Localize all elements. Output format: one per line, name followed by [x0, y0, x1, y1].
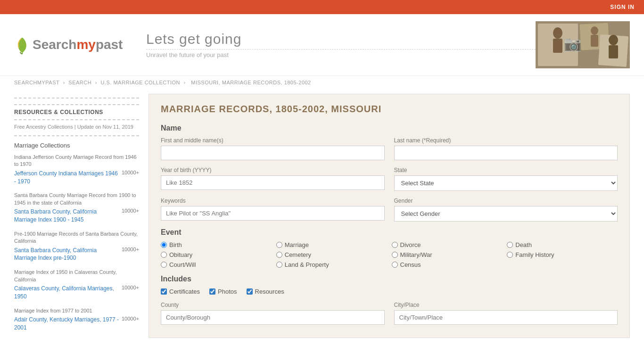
event-family-history-label: Family History	[515, 251, 554, 258]
event-family-history-radio[interactable]	[507, 252, 513, 258]
sidebar-item-link-0[interactable]: Jefferson County Indiana Marriages 1946 …	[14, 170, 119, 186]
county-group: County	[161, 302, 385, 325]
first-name-input[interactable]	[161, 146, 385, 160]
breadcrumb: SEARCHMYPAST › SEARCH › U.S. MARRIAGE CO…	[0, 76, 644, 89]
breadcrumb-current: MISSOURI, MARRIAGE RECORDS, 1805-2002	[191, 80, 311, 85]
county-input[interactable]	[161, 310, 385, 325]
sidebar-item-link-2[interactable]: Santa Barbara County, California Marriag…	[14, 247, 119, 263]
collage-svg	[536, 21, 630, 68]
event-land: Land & Property	[276, 261, 387, 268]
state-select[interactable]: Select State Alabama Alaska Arizona Arka…	[394, 175, 618, 191]
year-of-birth-group: Year of birth (YYYY)	[161, 167, 385, 191]
event-obituary-radio[interactable]	[161, 252, 167, 258]
sidebar-item-link-row-4: Adair County, Kentucky Marriages, 1977 -…	[14, 316, 139, 332]
sidebar-item-3: Marriage Index of 1950 in Calaveras Coun…	[14, 269, 139, 300]
includes-row: Certificates Photos Resources	[161, 288, 618, 295]
main-layout: RESOURCES & COLLECTIONS Free Ancestry Co…	[0, 89, 644, 347]
event-census: Census	[392, 261, 503, 268]
event-census-label: Census	[400, 261, 421, 268]
includes-section: Includes Certificates Photos Resources	[161, 275, 618, 295]
breadcrumb-searchmypast[interactable]: SEARCHMYPAST	[14, 80, 59, 85]
sidebar-item-link-3[interactable]: Calaveras County, California Marriages, …	[14, 285, 119, 301]
logo-leaf-icon	[14, 35, 31, 54]
event-military-radio[interactable]	[392, 252, 398, 258]
sidebar-item-count-1: 10000+	[122, 208, 139, 214]
resources-label: Resources	[255, 288, 284, 295]
event-military: Military/War	[392, 251, 503, 258]
event-death-label: Death	[515, 241, 532, 248]
sidebar-item-link-4[interactable]: Adair County, Kentucky Marriages, 1977 -…	[14, 316, 119, 332]
sign-in-link[interactable]: SIGN IN	[610, 4, 635, 10]
tagline-sub: Unravel the future of your past	[146, 49, 536, 58]
sidebar-item-desc-1: Santa Barbara County Marriage Record fro…	[14, 192, 139, 206]
event-land-label: Land & Property	[285, 261, 329, 268]
logo-text: Searchmypast	[33, 37, 123, 52]
sidebar-section-title: RESOURCES & COLLECTIONS	[14, 104, 139, 120]
sidebar-item-0: Indiana Jefferson County Marriage Record…	[14, 154, 139, 185]
keywords-group: Keywords	[161, 197, 385, 222]
event-birth-radio[interactable]	[161, 242, 167, 248]
event-court: Court/Will	[161, 261, 272, 268]
event-divorce-label: Divorce	[400, 241, 421, 248]
breadcrumb-search[interactable]: SEARCH	[68, 80, 91, 85]
includes-resources: Resources	[247, 288, 284, 295]
gender-label: Gender	[394, 197, 618, 204]
includes-photos: Photos	[209, 288, 237, 295]
city-input[interactable]	[394, 310, 618, 325]
certificates-label: Certificates	[169, 288, 200, 295]
photos-label: Photos	[218, 288, 237, 295]
keywords-input[interactable]	[161, 206, 385, 221]
last-name-input[interactable]	[394, 146, 618, 160]
sidebar-top-divider	[14, 98, 139, 99]
event-cemetery: Cemetery	[276, 251, 387, 258]
logo-area: Searchmypast	[14, 35, 137, 54]
event-section: Event Birth Marriage Divorce Death	[161, 228, 618, 268]
event-military-label: Military/War	[400, 251, 432, 258]
last-name-label: Last name (*Required)	[394, 137, 618, 144]
event-divorce: Divorce	[392, 241, 503, 248]
includes-certificates: Certificates	[161, 288, 200, 295]
sidebar-item-count-3: 10000+	[122, 285, 139, 290]
event-court-radio[interactable]	[161, 262, 167, 268]
year-of-birth-input[interactable]	[161, 175, 385, 190]
gender-group: Gender Select Gender Male Female	[394, 197, 618, 222]
header: Searchmypast Lets get going Unravel the …	[0, 14, 644, 76]
event-birth: Birth	[161, 241, 272, 248]
resources-checkbox[interactable]	[247, 288, 253, 295]
sidebar-item-link-row-1: Santa Barbara County, California Marriag…	[14, 208, 139, 224]
first-name-label: First and middle name(s)	[161, 137, 385, 144]
name-row: First and middle name(s) Last name (*Req…	[161, 137, 618, 160]
event-census-radio[interactable]	[392, 262, 398, 268]
breadcrumb-us-marriage[interactable]: U.S. MARRIAGE COLLECTION	[101, 80, 180, 85]
event-cemetery-radio[interactable]	[276, 252, 282, 258]
event-court-label: Court/Will	[169, 261, 196, 268]
sidebar-item-count-0: 10000+	[122, 170, 139, 175]
event-divorce-radio[interactable]	[392, 242, 398, 248]
sidebar-item-desc-3: Marriage Index of 1950 in Calaveras Coun…	[14, 269, 139, 283]
city-group: City/Place	[394, 302, 618, 325]
name-section-label: Name	[161, 124, 618, 132]
state-label: State	[394, 167, 618, 173]
includes-section-label: Includes	[161, 275, 618, 283]
sidebar-item-link-row-3: Calaveras County, California Marriages, …	[14, 285, 139, 301]
event-death-radio[interactable]	[507, 242, 513, 248]
sidebar-item-link-1[interactable]: Santa Barbara County, California Marriag…	[14, 208, 119, 224]
sidebar-item-desc-4: Marriage Index from 1977 to 2001	[14, 307, 139, 314]
svg-point-6	[591, 26, 598, 35]
certificates-checkbox[interactable]	[161, 288, 167, 295]
sidebar: RESOURCES & COLLECTIONS Free Ancestry Co…	[14, 94, 139, 338]
sidebar-collections-title: Marriage Collections	[14, 142, 139, 149]
location-row: County City/Place	[161, 302, 618, 325]
event-marriage-radio[interactable]	[276, 242, 282, 248]
event-family-history: Family History	[507, 251, 618, 258]
keywords-gender-row: Keywords Gender Select Gender Male Femal…	[161, 197, 618, 222]
sidebar-item-1: Santa Barbara County Marriage Record fro…	[14, 192, 139, 223]
photos-checkbox[interactable]	[209, 288, 215, 295]
sidebar-item-desc-0: Indiana Jefferson County Marriage Record…	[14, 154, 139, 168]
gender-select[interactable]: Select Gender Male Female	[394, 206, 618, 222]
event-land-radio[interactable]	[276, 262, 282, 268]
event-birth-label: Birth	[169, 241, 182, 248]
tagline-heading: Lets get going	[146, 31, 536, 47]
event-cemetery-label: Cemetery	[285, 251, 311, 258]
last-name-group: Last name (*Required)	[394, 137, 618, 160]
